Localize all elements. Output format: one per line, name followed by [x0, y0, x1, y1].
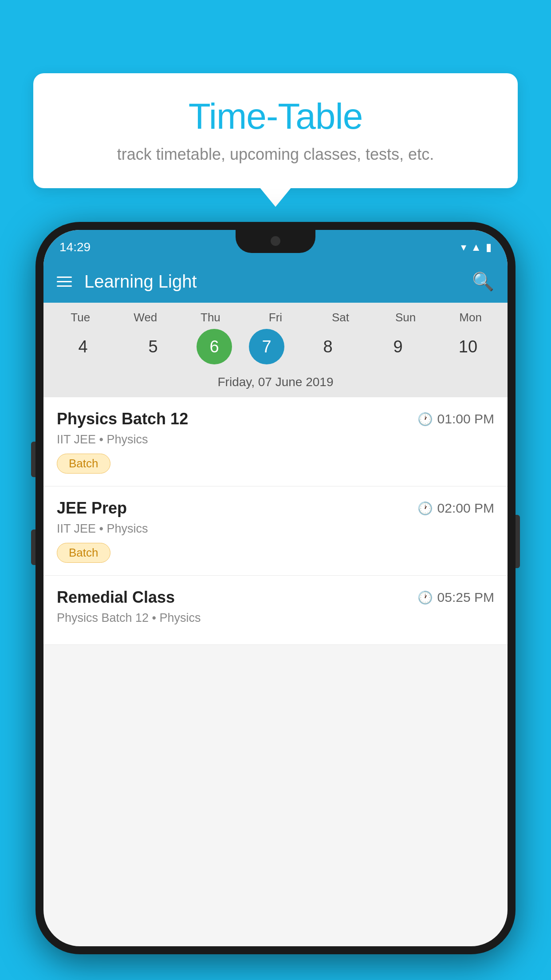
schedule-item-2[interactable]: JEE Prep 🕐 02:00 PM IIT JEE • Physics Ba…	[43, 486, 508, 576]
day-5[interactable]: 5	[126, 329, 180, 364]
day-7-selected[interactable]: 7	[249, 329, 284, 364]
day-9[interactable]: 9	[371, 329, 425, 364]
front-camera	[271, 236, 280, 246]
batch-badge-2: Batch	[57, 543, 110, 563]
status-time: 14:29	[59, 240, 91, 254]
day-header-wed: Wed	[119, 311, 172, 324]
batch-badge-1: Batch	[57, 454, 110, 474]
power-button	[31, 442, 35, 477]
day-header-sun: Sun	[379, 311, 432, 324]
schedule-item-3-top: Remedial Class 🕐 05:25 PM	[57, 588, 494, 607]
schedule-item-1-top: Physics Batch 12 🕐 01:00 PM	[57, 410, 494, 428]
battery-icon: ▮	[486, 241, 492, 253]
schedule-item-1[interactable]: Physics Batch 12 🕐 01:00 PM IIT JEE • Ph…	[43, 397, 508, 486]
tooltip-card: Time-Table track timetable, upcoming cla…	[33, 73, 518, 188]
menu-button[interactable]	[57, 277, 72, 287]
tooltip-subtitle: track timetable, upcoming classes, tests…	[60, 145, 491, 164]
schedule-item-1-meta: IIT JEE • Physics	[57, 433, 494, 447]
day-header-fri: Fri	[249, 311, 302, 324]
schedule-item-3-name: Remedial Class	[57, 588, 175, 607]
day-6-today[interactable]: 6	[197, 329, 232, 364]
phone-outer: 14:29 ▾ ▲ ▮ Learning Light 🔍	[35, 222, 516, 954]
schedule-item-2-time: 🕐 02:00 PM	[417, 501, 494, 516]
phone-notch	[236, 230, 315, 253]
schedule-item-2-name: JEE Prep	[57, 499, 127, 518]
signal-icon: ▲	[471, 241, 481, 253]
schedule-item-3-time: 🕐 05:25 PM	[417, 590, 494, 605]
phone-mockup: 14:29 ▾ ▲ ▮ Learning Light 🔍	[35, 222, 516, 980]
volume-up-button	[31, 530, 35, 565]
volume-button	[516, 515, 520, 568]
schedule-item-1-time: 🕐 01:00 PM	[417, 411, 494, 427]
wifi-icon: ▾	[461, 241, 466, 253]
day-header-tue: Tue	[54, 311, 107, 324]
schedule-item-2-top: JEE Prep 🕐 02:00 PM	[57, 499, 494, 518]
day-header-mon: Mon	[444, 311, 497, 324]
status-icons: ▾ ▲ ▮	[461, 241, 492, 253]
phone-screen: 14:29 ▾ ▲ ▮ Learning Light 🔍	[43, 230, 508, 946]
search-icon[interactable]: 🔍	[472, 271, 494, 292]
day-8[interactable]: 8	[301, 329, 354, 364]
schedule-list: Physics Batch 12 🕐 01:00 PM IIT JEE • Ph…	[43, 397, 508, 645]
app-bar: Learning Light 🔍	[43, 260, 508, 303]
app-title: Learning Light	[84, 272, 472, 292]
day-10[interactable]: 10	[441, 329, 495, 364]
clock-icon-3: 🕐	[417, 590, 433, 605]
clock-icon-1: 🕐	[417, 412, 433, 427]
day-numbers: 4 5 6 7 8 9 10	[43, 329, 508, 364]
schedule-item-3-meta: Physics Batch 12 • Physics	[57, 611, 494, 625]
schedule-item-2-meta: IIT JEE • Physics	[57, 522, 494, 536]
tooltip-title: Time-Table	[60, 95, 491, 137]
calendar-strip: Tue Wed Thu Fri Sat Sun Mon 4 5 6 7 8 9 …	[43, 303, 508, 397]
day-headers: Tue Wed Thu Fri Sat Sun Mon	[43, 311, 508, 324]
clock-icon-2: 🕐	[417, 501, 433, 516]
day-4[interactable]: 4	[56, 329, 110, 364]
schedule-item-3[interactable]: Remedial Class 🕐 05:25 PM Physics Batch …	[43, 576, 508, 645]
schedule-item-1-name: Physics Batch 12	[57, 410, 188, 428]
day-header-thu: Thu	[184, 311, 237, 324]
selected-date-label: Friday, 07 June 2019	[43, 371, 508, 397]
day-header-sat: Sat	[314, 311, 367, 324]
